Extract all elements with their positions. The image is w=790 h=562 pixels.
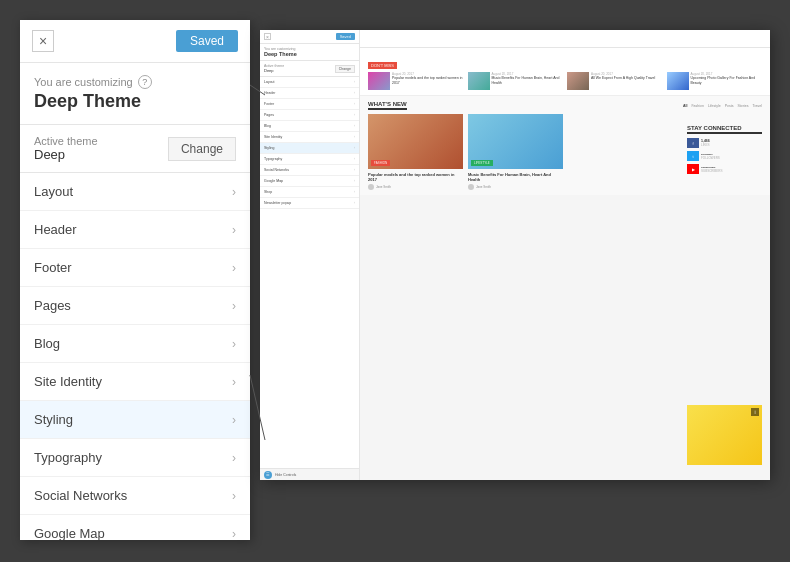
mini-hide-controls-label: Hide Controls <box>275 473 296 477</box>
blog-preview: DON'T MISS August 20, 2017 Popular model… <box>360 30 770 480</box>
main-article-title-2: Music Benefits For Human Brain, Heart An… <box>468 172 563 182</box>
mini-active-theme: Active theme Deep Change <box>260 61 359 77</box>
dont-miss-article-1: August 20, 2017 Popular models and the t… <box>368 72 464 90</box>
main-article-2: LIFESTYLE Music Benefits For Human Brain… <box>468 114 563 190</box>
main-article-image-2: LIFESTYLE <box>468 114 563 169</box>
mini-active-name: Deep <box>264 68 284 73</box>
menu-item-blog[interactable]: Blog› <box>20 325 250 363</box>
menu-item-footer[interactable]: Footer› <box>20 249 250 287</box>
menu-item-label: Layout <box>34 184 73 199</box>
close-button[interactable]: × <box>32 30 54 52</box>
chevron-icon: › <box>232 185 236 199</box>
lifestyle-badge: LIFESTYLE <box>471 160 493 166</box>
help-icon[interactable]: ? <box>138 75 152 89</box>
menu-item-label: Pages <box>34 298 71 313</box>
dont-miss-article-2: August 20, 2017 Music Benefits For Human… <box>468 72 564 90</box>
article-meta-1: August 20, 2017 Popular models and the t… <box>392 72 464 90</box>
social-row-facebook: f 1,466 LIKES <box>687 138 762 148</box>
mini-menu-item-blog: Blog› <box>260 121 359 132</box>
social-row-youtube: ▶ Subscribers SUBSCRIBERS <box>687 164 762 174</box>
whats-new-title: WHAT'S NEW <box>368 101 407 110</box>
dont-miss-badge: DON'T MISS <box>368 62 397 69</box>
fashion-badge: FASHION <box>371 160 390 166</box>
mini-menu-item-shop: Shop› <box>260 187 359 198</box>
menu-item-google-map[interactable]: Google Map› <box>20 515 250 540</box>
main-article-author-2: Jane Smith <box>468 184 563 190</box>
change-theme-button[interactable]: Change <box>168 137 236 161</box>
chevron-icon: › <box>232 261 236 275</box>
dont-miss-article-3: August 20, 2017 All We Expect From A Hig… <box>567 72 663 90</box>
chevron-icon: › <box>232 299 236 313</box>
mini-info: You are customizing Deep Theme <box>260 44 359 61</box>
chevron-icon: › <box>232 527 236 541</box>
mini-menu-item-header: Header› <box>260 88 359 99</box>
article-title-4: Upcoming Photo Gallery For Fashion And B… <box>691 76 763 85</box>
menu-item-site-identity[interactable]: Site Identity› <box>20 363 250 401</box>
author-name-1: Jane Smith <box>376 185 391 189</box>
stay-connected-section: STAY CONNECTED f 1,466 LIKES t Followers… <box>687 125 762 177</box>
twitter-stats: Followers FOLLOWERS <box>701 153 720 160</box>
mini-menu-item-footer: Footer› <box>260 99 359 110</box>
article-meta-2: August 20, 2017 Music Benefits For Human… <box>492 72 564 90</box>
chevron-icon: › <box>232 413 236 427</box>
filter-tab-stories[interactable]: Stories <box>737 104 748 108</box>
active-theme-name: Deep <box>34 147 98 162</box>
stay-connected-title: STAY CONNECTED <box>687 125 762 134</box>
main-article-1: FASHION Popular models and the top ranke… <box>368 114 463 190</box>
article-meta-4: August 20, 2017 Upcoming Photo Gallery F… <box>691 72 763 90</box>
menu-item-header[interactable]: Header› <box>20 211 250 249</box>
filter-tab-fashion[interactable]: Fashion <box>691 104 703 108</box>
article-image-1 <box>368 72 390 90</box>
dont-miss-articles: August 20, 2017 Popular models and the t… <box>368 72 762 90</box>
facebook-icon: f <box>687 138 699 148</box>
menu-item-social-networks[interactable]: Social Networks› <box>20 477 250 515</box>
mini-menu-item-styling: Styling› <box>260 143 359 154</box>
article-title-2: Music Benefits For Human Brain, Heart An… <box>492 76 564 85</box>
menu-item-layout[interactable]: Layout› <box>20 173 250 211</box>
mini-menu-item-layout: Layout› <box>260 77 359 88</box>
main-article-title-1: Popular models and the top ranked women … <box>368 172 463 182</box>
mini-change-button: Change <box>335 65 355 73</box>
active-theme-label: Active theme <box>34 135 98 147</box>
filter-tab-all[interactable]: All <box>683 104 687 108</box>
mini-menu-item-site-identity: Site Identity› <box>260 132 359 143</box>
menu-item-pages[interactable]: Pages› <box>20 287 250 325</box>
mini-footer-bar: ☰ Hide Controls <box>260 468 359 480</box>
mini-menu-item-typography: Typography› <box>260 154 359 165</box>
mini-theme-name: Deep Theme <box>264 51 355 57</box>
author-name-2: Jane Smith <box>476 185 491 189</box>
info-icon: i <box>751 408 759 416</box>
mini-menu-item-newsletter-popup: Newsletter popup› <box>260 198 359 209</box>
theme-name: Deep Theme <box>34 91 236 112</box>
article-image-3 <box>567 72 589 90</box>
article-image-4 <box>667 72 689 90</box>
mini-close-icon: × <box>264 33 271 40</box>
main-article-author-1: Jane Smith <box>368 184 463 190</box>
customizer-panel: × Saved You are customizing ? Deep Theme… <box>20 20 250 540</box>
filter-tab-lifestyle[interactable]: Lifestyle <box>708 104 721 108</box>
facebook-type: LIKES <box>701 143 710 147</box>
chevron-icon: › <box>232 451 236 465</box>
menu-list: Layout›Header›Footer›Pages›Blog›Site Ide… <box>20 173 250 540</box>
panel-header: × Saved <box>20 20 250 63</box>
menu-item-typography[interactable]: Typography› <box>20 439 250 477</box>
blog-top-bar <box>360 30 770 48</box>
filter-tab-travel[interactable]: Travel <box>752 104 762 108</box>
article-title-3: All We Expect From A High Quality Travel <box>591 76 663 81</box>
dont-miss-article-4: August 20, 2017 Upcoming Photo Gallery F… <box>667 72 763 90</box>
mini-menu-list: Layout›Header›Footer›Pages›Blog›Site Ide… <box>260 77 359 209</box>
filter-tab-posts[interactable]: Posts <box>725 104 734 108</box>
mini-saved-button: Saved <box>336 33 355 40</box>
author-avatar-1 <box>368 184 374 190</box>
saved-button[interactable]: Saved <box>176 30 238 52</box>
menu-item-label: Social Networks <box>34 488 127 503</box>
author-avatar-2 <box>468 184 474 190</box>
menu-item-styling[interactable]: Styling› <box>20 401 250 439</box>
mini-customizer-panel: × Saved You are customizing Deep Theme A… <box>260 30 360 480</box>
mini-hide-controls-icon: ☰ <box>264 471 272 479</box>
twitter-type: FOLLOWERS <box>701 156 720 160</box>
main-article-image-1: FASHION <box>368 114 463 169</box>
menu-item-label: Site Identity <box>34 374 102 389</box>
twitter-icon: t <box>687 151 699 161</box>
social-row-twitter: t Followers FOLLOWERS <box>687 151 762 161</box>
